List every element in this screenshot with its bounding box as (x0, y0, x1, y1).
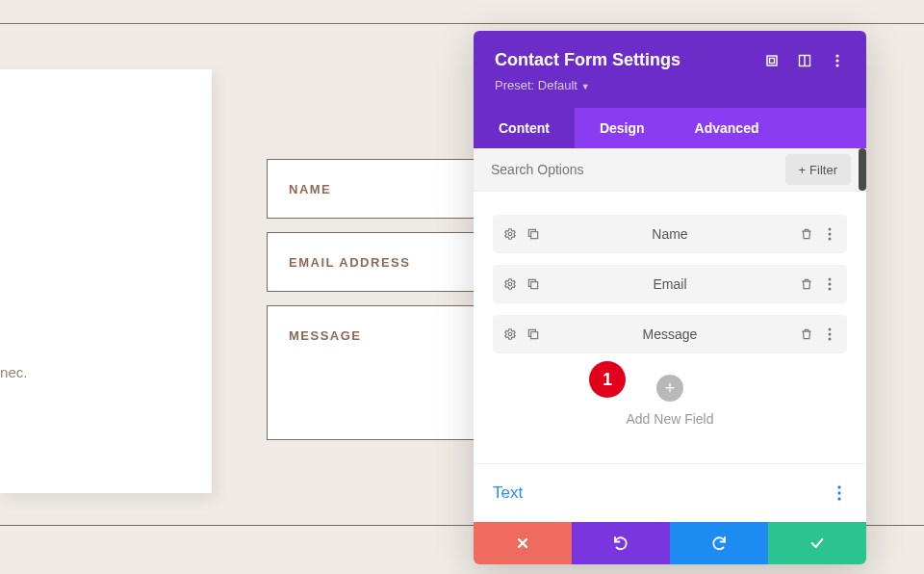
plus-icon: + (665, 378, 676, 399)
svg-point-22 (837, 485, 840, 488)
trash-icon[interactable] (799, 326, 814, 342)
duplicate-icon[interactable] (526, 276, 541, 292)
more-icon[interactable] (822, 276, 837, 292)
action-bar (474, 522, 866, 564)
trash-icon[interactable] (799, 276, 814, 292)
preset-label: Preset: Default (495, 78, 578, 92)
more-icon[interactable] (832, 485, 847, 501)
form-placeholder: NAME (289, 182, 331, 196)
svg-point-24 (837, 497, 840, 500)
scrollbar[interactable] (859, 148, 866, 191)
add-field-region: 1 + Add New Field (493, 365, 847, 452)
section-title: Text (493, 483, 832, 503)
field-row[interactable]: Email (493, 265, 847, 303)
intro-card: essage e! haretra habitasse nec. ultrici… (0, 69, 212, 493)
more-icon[interactable] (822, 226, 837, 242)
svg-point-10 (829, 233, 832, 236)
top-divider (0, 23, 924, 24)
expand-icon[interactable] (764, 53, 780, 68)
page-heading: essage e! (0, 175, 212, 286)
tab-advanced[interactable]: Advanced (670, 108, 784, 148)
annotation-marker: 1 (589, 361, 626, 398)
field-row[interactable]: Name (493, 215, 847, 253)
svg-point-11 (829, 238, 832, 241)
form-placeholder: EMAIL ADDRESS (289, 255, 410, 270)
svg-point-16 (829, 288, 832, 291)
svg-rect-1 (770, 58, 775, 63)
gear-icon[interactable] (502, 226, 518, 242)
svg-point-14 (829, 278, 832, 281)
svg-rect-18 (531, 332, 538, 339)
section-text[interactable]: Text (474, 463, 866, 522)
svg-point-6 (835, 64, 838, 66)
svg-point-19 (829, 328, 832, 331)
save-button[interactable] (768, 522, 866, 564)
panel-title: Contact Form Settings (495, 50, 764, 70)
panel-header: Contact Form Settings Preset: Default ▼ … (474, 31, 866, 148)
layout-icon[interactable] (797, 53, 812, 68)
more-icon[interactable] (822, 326, 837, 342)
tab-design[interactable]: Design (575, 108, 670, 148)
duplicate-icon[interactable] (526, 226, 541, 242)
preset-dropdown[interactable]: Preset: Default ▼ (495, 78, 845, 92)
body-text: haretra habitasse nec. (0, 359, 212, 385)
check-icon (809, 535, 825, 551)
svg-point-12 (508, 282, 512, 286)
field-label: Name (541, 226, 799, 242)
svg-point-20 (829, 333, 832, 336)
redo-button[interactable] (670, 522, 768, 564)
svg-point-7 (508, 232, 512, 236)
search-input[interactable] (474, 148, 785, 191)
panel-tabs: Content Design Advanced (474, 108, 866, 148)
fields-list: Name Email Message (474, 192, 866, 463)
gear-icon[interactable] (502, 276, 518, 292)
duplicate-icon[interactable] (526, 326, 541, 342)
svg-point-17 (508, 332, 512, 336)
search-row: + Filter (474, 148, 866, 192)
close-icon (516, 536, 529, 550)
cancel-button[interactable] (474, 522, 572, 564)
svg-rect-8 (531, 232, 538, 239)
field-label: Email (541, 276, 799, 292)
add-field-label: Add New Field (493, 411, 847, 427)
more-icon[interactable] (830, 53, 845, 68)
settings-panel: Contact Form Settings Preset: Default ▼ … (474, 31, 866, 564)
field-label: Message (541, 326, 799, 342)
svg-point-4 (835, 54, 838, 57)
svg-point-21 (829, 338, 832, 341)
gear-icon[interactable] (502, 326, 518, 342)
undo-icon (612, 535, 629, 552)
add-field-button[interactable]: + (656, 375, 683, 402)
filter-label: Filter (809, 163, 837, 177)
filter-button[interactable]: + Filter (785, 154, 851, 185)
svg-point-5 (835, 59, 838, 62)
tab-content[interactable]: Content (474, 108, 575, 148)
chevron-down-icon: ▼ (581, 82, 590, 91)
redo-icon (710, 535, 728, 552)
undo-button[interactable] (572, 522, 670, 564)
svg-point-15 (829, 283, 832, 286)
svg-rect-0 (767, 56, 777, 65)
body-text: ultricies nunc leo. (0, 391, 212, 417)
form-placeholder: MESSAGE (289, 328, 362, 343)
svg-point-23 (837, 491, 840, 494)
plus-icon: + (799, 163, 807, 177)
svg-point-9 (829, 228, 832, 231)
field-row[interactable]: Message (493, 315, 847, 353)
trash-icon[interactable] (799, 226, 814, 242)
svg-rect-13 (531, 282, 538, 289)
